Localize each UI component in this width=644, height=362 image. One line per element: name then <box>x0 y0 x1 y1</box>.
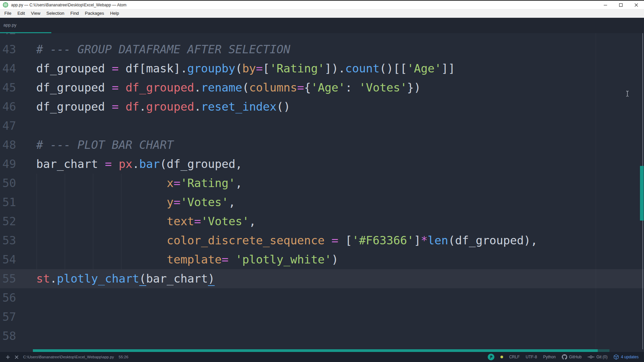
editor-pane[interactable]: 4243# --- GROUP DATAFRAME AFTER SELECTIO… <box>0 18 644 352</box>
line-number[interactable]: 58 <box>0 326 16 346</box>
file-path: C:\Users\Bananatree\Desktop\Excel_Webapp… <box>23 355 114 359</box>
code-line-text[interactable] <box>16 116 36 135</box>
code-line-49[interactable]: 49bar_chart = px.bar(df_grouped, <box>0 155 644 174</box>
line-number[interactable]: 43 <box>0 40 16 59</box>
code-line-48[interactable]: 48# --- PLOT BAR CHART <box>0 135 644 155</box>
code-line-55[interactable]: 55st.plotly_chart(bar_chart) <box>0 269 644 288</box>
code-line-text[interactable]: df_grouped = df_grouped.rename(columns={… <box>16 78 421 97</box>
maximize-button[interactable] <box>613 1 629 9</box>
status-dot-icon <box>500 356 503 358</box>
code-line-text[interactable]: # --- GROUP DATAFRAME AFTER SELECTION <box>16 40 290 59</box>
menu-item-help[interactable]: Help <box>107 9 122 18</box>
code-line-text[interactable] <box>16 307 36 326</box>
code-token: ( <box>242 81 249 94</box>
line-number[interactable]: 48 <box>0 135 16 155</box>
code-token: 'Rating' <box>180 176 235 190</box>
code-line-text[interactable]: y='Votes', <box>16 193 235 212</box>
code-line-text[interactable]: df_grouped = df.grouped.reset_index() <box>16 97 290 116</box>
line-number[interactable]: 54 <box>0 250 16 269</box>
code-token: by <box>242 62 256 75</box>
minimize-button[interactable] <box>598 1 613 9</box>
line-number[interactable]: 50 <box>0 174 16 193</box>
code-line-text[interactable]: text='Votes', <box>16 212 256 231</box>
code-line-50[interactable]: 50 x='Rating', <box>0 174 644 193</box>
menu-item-view[interactable]: View <box>28 9 43 18</box>
code-token <box>36 234 167 247</box>
code-line-57[interactable]: 57 <box>0 307 644 326</box>
line-number[interactable]: 52 <box>0 212 16 231</box>
code-token: ]). <box>325 62 345 75</box>
line-number[interactable]: 51 <box>0 193 16 212</box>
updates-button[interactable]: 4 updates <box>613 354 639 360</box>
code-token: df[mask]. <box>119 62 187 75</box>
horizontal-scrollbar-thumb[interactable] <box>33 349 598 352</box>
menu-item-edit[interactable]: Edit <box>14 9 28 18</box>
cursor-position[interactable]: 55:26 <box>119 355 128 359</box>
code-token: . <box>139 100 146 113</box>
code-line-54[interactable]: 54 template= 'plotly_white') <box>0 250 644 269</box>
menu-item-packages[interactable]: Packages <box>82 9 107 18</box>
code-line-56[interactable]: 56 <box>0 288 644 307</box>
code-token: df_grouped <box>36 100 112 113</box>
code-token <box>36 195 167 209</box>
code-token: = <box>112 81 118 94</box>
code-token: = <box>173 195 180 209</box>
code-line-text[interactable] <box>16 326 36 346</box>
close-project-icon[interactable] <box>15 355 18 359</box>
close-button[interactable] <box>629 1 644 9</box>
line-ending-indicator[interactable]: CRLF <box>509 355 520 359</box>
code-token: = <box>105 157 112 171</box>
code-token: ()[[ <box>380 62 407 75</box>
code-line-43[interactable]: 43# --- GROUP DATAFRAME AFTER SELECTION <box>0 40 644 59</box>
code-token: y <box>167 195 173 209</box>
code-editor[interactable]: 4243# --- GROUP DATAFRAME AFTER SELECTIO… <box>0 21 644 346</box>
code-line-text[interactable]: df_grouped = df[mask].groupby(by=['Ratin… <box>16 59 455 78</box>
kite-status-icon[interactable] <box>488 354 494 360</box>
code-token: 'Votes' <box>180 195 228 209</box>
code-line-52[interactable]: 52 text='Votes', <box>0 212 644 231</box>
line-number[interactable]: 47 <box>0 116 16 135</box>
code-token: grouped <box>146 100 194 113</box>
code-token: ) <box>208 272 215 286</box>
add-project-icon[interactable] <box>6 355 10 359</box>
code-line-51[interactable]: 51 y='Votes', <box>0 193 644 212</box>
line-number[interactable]: 45 <box>0 78 16 97</box>
code-line-text[interactable]: bar_chart = px.bar(df_grouped, <box>16 155 242 174</box>
code-line-45[interactable]: 45df_grouped = df_grouped.rename(columns… <box>0 78 644 97</box>
line-number[interactable]: 46 <box>0 97 16 116</box>
code-line-text[interactable] <box>16 288 36 307</box>
grammar-indicator[interactable]: Python <box>543 355 555 359</box>
horizontal-scrollbar-tail <box>598 349 609 352</box>
code-token: count <box>345 62 379 75</box>
encoding-indicator[interactable]: UTF-8 <box>526 355 537 359</box>
title-bar[interactable]: app.py — C:\Users\Bananatree\Desktop\Exc… <box>0 1 644 9</box>
line-number[interactable]: 55 <box>0 269 16 288</box>
menu-item-find[interactable]: Find <box>67 9 82 18</box>
code-line-47[interactable]: 47 <box>0 116 644 135</box>
code-line-text[interactable]: x='Rating', <box>16 174 242 193</box>
code-line-44[interactable]: 44df_grouped = df[mask].groupby(by=['Rat… <box>0 59 644 78</box>
menu-item-selection[interactable]: Selection <box>43 9 67 18</box>
code-token: = <box>331 234 338 247</box>
code-line-text[interactable]: st.plotly_chart(bar_chart) <box>16 269 215 288</box>
code-token: df_grouped <box>36 62 112 75</box>
code-line-text[interactable]: color_discrete_sequence = ['#F63366']*le… <box>16 231 537 250</box>
menu-item-file[interactable]: File <box>1 9 14 18</box>
maximize-icon <box>619 3 623 7</box>
line-number[interactable]: 49 <box>0 155 16 174</box>
tab-app-py[interactable]: app.py <box>0 18 51 33</box>
indent-guide <box>65 250 65 269</box>
code-line-46[interactable]: 46df_grouped = df.grouped.reset_index() <box>0 97 644 116</box>
window-controls <box>598 1 644 9</box>
code-line-53[interactable]: 53 color_discrete_sequence = ['#F63366']… <box>0 231 644 250</box>
line-number[interactable]: 56 <box>0 288 16 307</box>
line-number[interactable]: 57 <box>0 307 16 326</box>
github-panel-button[interactable]: GitHub <box>562 354 582 360</box>
code-line-58[interactable]: 58 <box>0 326 644 346</box>
code-token: = <box>297 81 304 94</box>
line-number[interactable]: 44 <box>0 59 16 78</box>
code-token: 'Votes' <box>359 81 407 94</box>
git-panel-button[interactable]: Git (0) <box>588 355 607 359</box>
code-line-text[interactable]: # --- PLOT BAR CHART <box>16 135 173 155</box>
line-number[interactable]: 53 <box>0 231 16 250</box>
